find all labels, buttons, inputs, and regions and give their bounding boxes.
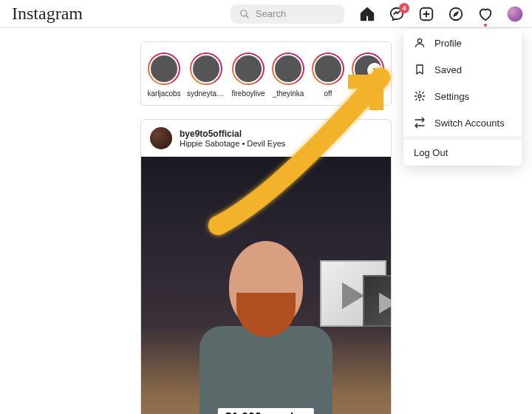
menu-label: Switch Accounts bbox=[434, 118, 505, 129]
stories-next-button[interactable] bbox=[367, 63, 382, 78]
feed-post: bye9to5official Hippie Sabotage • Devil … bbox=[140, 119, 392, 414]
switch-icon bbox=[414, 117, 426, 129]
story-item[interactable]: _theyinka bbox=[271, 52, 305, 98]
menu-label: Log Out bbox=[414, 147, 448, 158]
post-author-avatar[interactable] bbox=[150, 127, 172, 149]
messenger-button[interactable]: 4 bbox=[389, 6, 405, 22]
search-icon bbox=[239, 9, 250, 19]
svg-point-7 bbox=[417, 39, 421, 43]
story-item[interactable]: karljacobs bbox=[147, 52, 181, 98]
svg-marker-6 bbox=[454, 12, 458, 16]
activity-button[interactable] bbox=[477, 6, 494, 22]
heart-icon bbox=[477, 6, 494, 22]
story-username: fireboylive bbox=[231, 89, 265, 98]
new-post-button[interactable] bbox=[418, 6, 434, 22]
video-caption-overlay: $1,000 per day bbox=[218, 408, 314, 414]
svg-point-0 bbox=[241, 10, 247, 16]
search-placeholder: Search bbox=[256, 8, 286, 19]
story-item[interactable]: sydneytalker bbox=[187, 52, 225, 98]
story-item[interactable]: fireboylive bbox=[231, 52, 265, 98]
story-username: karljacobs bbox=[147, 89, 180, 98]
activity-dot bbox=[484, 24, 487, 27]
bookmark-icon bbox=[414, 64, 426, 75]
stories-tray: karljacobs sydneytalker fireboylive _the… bbox=[140, 41, 392, 106]
nav-icons: 4 bbox=[359, 6, 523, 22]
story-username: _theyinka bbox=[273, 89, 304, 98]
post-media[interactable]: $1,000 per day bbox=[141, 157, 391, 414]
menu-item-settings[interactable]: Settings bbox=[403, 83, 522, 109]
story-item[interactable]: off bbox=[311, 52, 345, 98]
person-illustration bbox=[200, 241, 332, 414]
menu-item-logout[interactable]: Log Out bbox=[403, 136, 522, 166]
feed-column: karljacobs sydneytalker fireboylive _the… bbox=[140, 41, 392, 414]
menu-label: Settings bbox=[434, 91, 469, 102]
profile-avatar-button[interactable] bbox=[507, 6, 523, 22]
svg-line-1 bbox=[246, 15, 249, 18]
gear-icon bbox=[414, 90, 426, 102]
post-audio-label[interactable]: Hippie Sabotage • Devil Eyes bbox=[180, 139, 285, 148]
avatar-icon bbox=[507, 6, 523, 22]
search-input[interactable]: Search bbox=[231, 4, 344, 24]
profile-dropdown-menu: Profile Saved Settings Switch Accounts L… bbox=[403, 30, 522, 166]
plus-square-icon bbox=[418, 6, 434, 22]
youtube-plaque-silver bbox=[363, 275, 391, 327]
menu-item-profile[interactable]: Profile bbox=[403, 30, 522, 56]
menu-label: Saved bbox=[434, 64, 462, 75]
home-button[interactable] bbox=[359, 6, 375, 22]
menu-item-switch-accounts[interactable]: Switch Accounts bbox=[403, 109, 522, 136]
menu-label: Profile bbox=[434, 38, 462, 49]
home-icon bbox=[359, 6, 375, 22]
profile-icon bbox=[414, 37, 426, 49]
instagram-logo[interactable]: Instagram bbox=[12, 4, 83, 24]
top-nav: Instagram Search 4 bbox=[0, 0, 532, 28]
post-username[interactable]: bye9to5official bbox=[180, 129, 285, 139]
story-username: off bbox=[324, 89, 332, 98]
post-header: bye9to5official Hippie Sabotage • Devil … bbox=[141, 120, 391, 157]
story-username: sydneytalker bbox=[187, 89, 225, 98]
messages-badge: 4 bbox=[399, 3, 409, 13]
post-author-meta: bye9to5official Hippie Sabotage • Devil … bbox=[180, 129, 285, 148]
svg-point-8 bbox=[418, 95, 421, 98]
compass-icon bbox=[448, 6, 464, 22]
svg-point-5 bbox=[450, 7, 463, 20]
explore-button[interactable] bbox=[448, 6, 464, 22]
menu-item-saved[interactable]: Saved bbox=[403, 56, 522, 83]
chevron-right-icon bbox=[371, 67, 378, 74]
